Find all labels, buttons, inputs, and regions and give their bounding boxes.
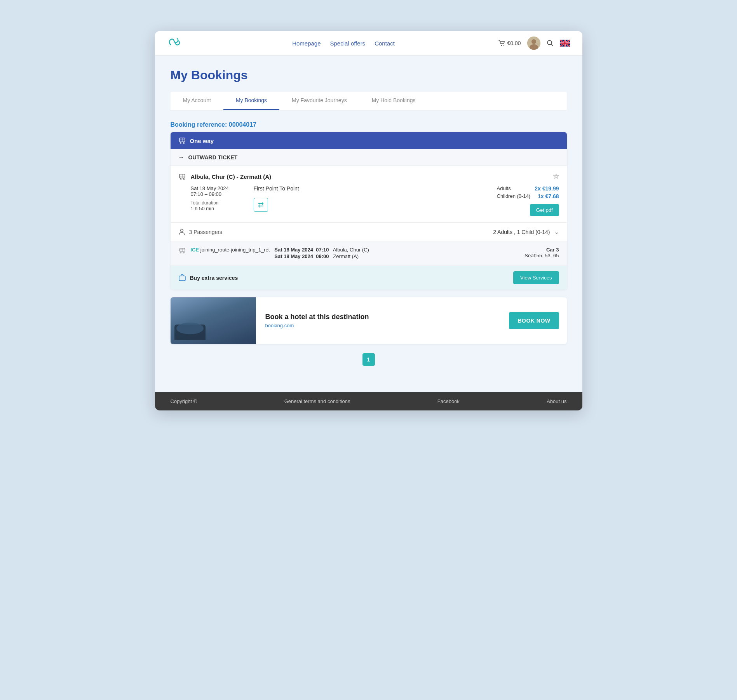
footer-terms[interactable]: General terms and conditions — [284, 398, 350, 404]
journey-date: Sat 18 May 2024 — [191, 185, 241, 191]
tabs-bar: My Account My Bookings My Favourite Jour… — [171, 92, 567, 110]
exchange-icon[interactable]: ⇄ — [254, 198, 268, 212]
journey-details: Sat 18 May 2024 07:10 – 09:00 Total dura… — [191, 185, 559, 216]
passengers-count: 3 Passengers — [189, 229, 490, 235]
footer: Copyright © General terms and conditions… — [155, 392, 582, 410]
cart-total: €0.00 — [507, 40, 521, 46]
tab-my-bookings[interactable]: My Bookings — [223, 92, 279, 110]
browser-window: Homepage Special offers Contact €0.00 — [155, 31, 582, 410]
ice-train-icon — [178, 247, 186, 255]
hotel-title: Book a hotel at this destination — [265, 313, 500, 321]
expand-icon[interactable]: ⌄ — [554, 228, 559, 236]
nav-right: €0.00 — [498, 37, 570, 50]
journey-time: Sat 18 May 2024 07:10 – 09:00 Total dura… — [191, 185, 241, 211]
svg-line-6 — [551, 44, 553, 46]
duration-label: Total duration — [191, 200, 241, 206]
svg-point-10 — [183, 143, 184, 144]
booking-type: One way — [190, 138, 214, 144]
journey-row: Albula, Chur (C) - Zermatt (A) ☆ Sat 18 … — [171, 166, 567, 223]
journey-icon — [178, 173, 186, 182]
buy-extra-label: Buy extra services — [190, 275, 510, 281]
svg-point-0 — [501, 45, 502, 46]
ice-info: ICE joining_route-joining_trip_1_ret — [191, 247, 270, 253]
page-title: My Bookings — [171, 68, 567, 82]
ice-route-name: joining_route-joining_trip_1_ret — [200, 247, 270, 253]
search-button[interactable] — [547, 40, 554, 47]
ice-depart-line: Sat 18 May 2024 07:10 Albula, Chur (C) — [274, 247, 515, 253]
adults-price-row: Adults 2x €19.99 — [497, 185, 559, 192]
svg-rect-28 — [179, 276, 185, 281]
ice-arrive-line: Sat 18 May 2024 09:00 Zermatt (A) — [274, 253, 515, 259]
svg-point-9 — [180, 143, 181, 144]
ice-times: Sat 18 May 2024 07:10 Albula, Chur (C) S… — [274, 247, 515, 260]
hotel-image — [171, 297, 256, 344]
arrow-right-icon: → — [178, 154, 185, 161]
train-icon — [178, 137, 186, 145]
nav-contact[interactable]: Contact — [375, 40, 395, 47]
svg-point-3 — [531, 39, 536, 44]
svg-point-16 — [180, 179, 181, 180]
tab-my-hold-bookings[interactable]: My Hold Bookings — [359, 92, 428, 110]
journey-main: Albula, Chur (C) - Zermatt (A) ☆ Sat 18 … — [191, 172, 559, 216]
tab-my-favourite-journeys[interactable]: My Favourite Journeys — [279, 92, 359, 110]
user-avatar[interactable] — [527, 37, 540, 50]
ticket-section-header: → OUTWARD TICKET — [171, 149, 567, 166]
tab-my-account[interactable]: My Account — [171, 92, 223, 110]
service-type: First Point To Point — [254, 185, 299, 192]
booking-reference: Booking reference: 00004017 — [171, 121, 567, 128]
svg-point-26 — [180, 252, 181, 253]
ice-row: ICE joining_route-joining_trip_1_ret Sat… — [171, 241, 567, 266]
passengers-detail: 2 Adults , 1 Child (0-14) — [493, 229, 550, 235]
journey-route: Albula, Chur (C) - Zermatt (A) ☆ — [191, 172, 559, 181]
car-label: Car 3 — [520, 247, 559, 253]
hotel-decor — [171, 297, 256, 344]
passengers-icon — [178, 229, 185, 236]
nav-special-offers[interactable]: Special offers — [330, 40, 366, 47]
adults-price: 2x €19.99 — [535, 185, 559, 192]
svg-point-22 — [180, 229, 183, 232]
journey-type: First Point To Point ⇄ — [254, 185, 484, 212]
navbar: Homepage Special offers Contact €0.00 — [155, 31, 582, 56]
view-services-button[interactable]: View Services — [513, 271, 559, 284]
adults-label: Adults — [497, 185, 511, 192]
page-1-button[interactable]: 1 — [362, 353, 375, 366]
footer-facebook[interactable]: Facebook — [437, 398, 460, 404]
children-label: Children (0-14) — [497, 193, 531, 199]
booking-card: One way → OUTWARD TICKET Albula, Chur (C… — [171, 132, 567, 290]
favourite-star-icon[interactable]: ☆ — [553, 172, 559, 181]
footer-copyright: Copyright © — [171, 398, 197, 404]
hotel-banner: Book a hotel at this destination booking… — [171, 297, 567, 344]
svg-point-27 — [183, 252, 184, 253]
cart-badge[interactable]: €0.00 — [498, 40, 521, 46]
hotel-source: booking.com — [265, 323, 500, 328]
buy-extra-icon — [178, 274, 186, 282]
footer-about[interactable]: About us — [547, 398, 566, 404]
children-price: 1x €7.68 — [538, 193, 559, 199]
hotel-info: Book a hotel at this destination booking… — [256, 297, 509, 344]
pagination: 1 — [171, 353, 567, 366]
site-logo[interactable] — [167, 37, 182, 49]
book-now-button[interactable]: BOOK NOW — [509, 312, 559, 329]
buy-extra-row: Buy extra services View Services — [171, 266, 567, 290]
passengers-row: 3 Passengers 2 Adults , 1 Child (0-14) ⌄ — [171, 223, 567, 241]
get-pdf-button[interactable]: Get pdf — [530, 204, 559, 216]
nav-homepage[interactable]: Homepage — [292, 40, 321, 47]
journey-time-range: 07:10 – 09:00 — [191, 191, 241, 197]
svg-point-17 — [183, 179, 184, 180]
main-content: My Bookings My Account My Bookings My Fa… — [155, 56, 582, 392]
seat-label: Seat:55, 53, 65 — [520, 253, 559, 258]
language-selector[interactable] — [560, 40, 570, 47]
duration-value: 1 h 50 min — [191, 206, 241, 211]
card-header: One way — [171, 132, 567, 149]
svg-point-1 — [504, 45, 504, 46]
journey-price: Adults 2x €19.99 Children (0-14) 1x €7.6… — [497, 185, 559, 216]
children-price-row: Children (0-14) 1x €7.68 — [497, 193, 559, 199]
ice-label: ICE — [191, 247, 199, 253]
ice-seat: Car 3 Seat:55, 53, 65 — [520, 247, 559, 258]
nav-links: Homepage Special offers Contact — [201, 40, 486, 47]
